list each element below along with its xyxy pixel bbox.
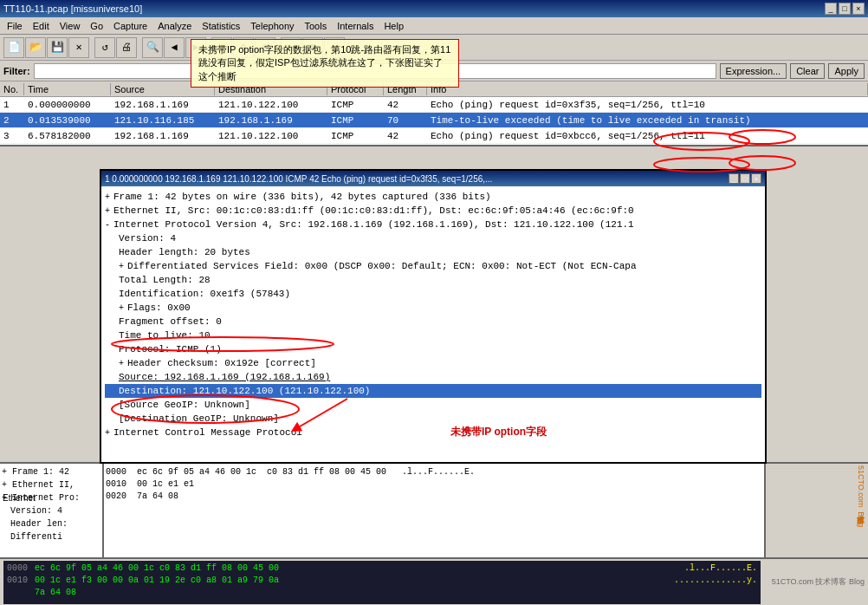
window-controls[interactable]: _ □ × <box>825 3 865 15</box>
tree-line[interactable]: + Ethernet II, <box>2 478 100 491</box>
detail-text: Header length: 20 bytes <box>119 247 250 257</box>
expand-icon[interactable]: + <box>119 303 124 313</box>
toolbar-find[interactable]: 🔍 <box>142 37 163 58</box>
expand-icon[interactable]: + <box>105 192 110 202</box>
minimize-button[interactable]: _ <box>825 3 837 15</box>
menu-telephony[interactable]: Telephony <box>245 19 299 33</box>
cell-src: 121.10.116.185 <box>111 114 215 127</box>
expression-button[interactable]: Expression... <box>720 63 787 79</box>
detail-line[interactable]: Fragment offset: 0 <box>105 315 761 329</box>
detail-line[interactable]: Header length: 20 bytes <box>105 245 761 259</box>
toolbar-save[interactable]: 💾 <box>47 37 68 58</box>
tree-line: Version: 4 <box>2 504 100 517</box>
ttl11-arrow <box>650 156 754 173</box>
menu-capture[interactable]: Capture <box>108 19 152 33</box>
window-title: TT110-11.pcap [missuniverse10] <box>3 3 142 14</box>
menu-edit[interactable]: Edit <box>28 19 55 33</box>
menu-tools[interactable]: Tools <box>300 19 333 33</box>
toolbar-print[interactable]: 🖨 <box>116 37 137 58</box>
detail-line[interactable]: Version: 4 <box>105 231 761 245</box>
filter-label: Filter: <box>3 66 30 76</box>
hex-status-line: 0010 00 1c e1 f3 00 00 0a 01 19 2e c0 a8… <box>7 575 757 587</box>
toolbar-prev[interactable]: ◀ <box>164 37 185 58</box>
status-hex: 0000 ec 6c 9f 05 a4 46 00 1c c0 83 d1 ff… <box>3 561 761 604</box>
source-ip-circle <box>110 336 335 352</box>
clear-button[interactable]: Clear <box>790 63 825 79</box>
cell-dst: 192.168.1.169 <box>215 114 327 127</box>
detail-line[interactable]: - Internet Protocol Version 4, Src: 192.… <box>105 218 761 231</box>
detail-minimize[interactable]: _ <box>729 173 739 184</box>
cell-no: 3 <box>0 130 24 142</box>
toolbar-new[interactable]: 📄 <box>3 37 24 58</box>
detail-title: 1 0.000000000 192.168.1.169 121.10.122.1… <box>105 174 492 184</box>
cell-info: Time-to-live exceeded (time to live exce… <box>427 114 868 127</box>
detail-text: Total Length: 28 <box>119 275 211 285</box>
detail-line[interactable]: + Differentiated Services Field: 0x00 (D… <box>105 259 761 273</box>
expand-icon[interactable]: + <box>119 359 124 368</box>
detail-close[interactable]: × <box>751 173 761 184</box>
hex-status-line: 7a 64 08 <box>7 587 757 599</box>
menu-file[interactable]: File <box>2 19 28 33</box>
expand-icon[interactable]: - <box>105 220 110 230</box>
detail-text: Ethernet II, Src: 00:1c:c0:83:d1:ff (00:… <box>113 205 634 216</box>
cell-no: 2 <box>0 114 24 127</box>
detail-line[interactable]: Total Length: 28 <box>105 273 761 287</box>
detail-line[interactable]: Identification: 0xe1f3 (57843) <box>105 287 761 301</box>
hex-status-line: 0000 ec 6c 9f 05 a4 46 00 1c c0 83 d1 ff… <box>7 563 757 575</box>
expand-icon[interactable]: + <box>119 262 124 271</box>
menu-analyze[interactable]: Analyze <box>152 19 197 33</box>
expand-icon[interactable]: + <box>105 428 110 438</box>
table-row[interactable]: 2 0.013539000 121.10.116.185 192.168.1.1… <box>0 113 868 128</box>
detail-line[interactable]: + Header checksum: 0x192e [correct] <box>105 356 761 370</box>
panel-tree: + Frame 1: 42 + Ethernet II, + Internet … <box>0 464 104 557</box>
annotation-bubble: 未携带IP option字段的数据包，第10跳-路由器有回复，第11跳没有回复，… <box>191 39 459 88</box>
menu-internals[interactable]: Internals <box>332 19 379 33</box>
cell-time: 6.578182000 <box>24 130 111 142</box>
detail-line[interactable]: + Ethernet II, Src: 00:1c:c0:83:d1:ff (0… <box>105 204 761 218</box>
toolbar-open[interactable]: 📂 <box>25 37 46 58</box>
detail-window-controls[interactable]: _ □ × <box>729 173 761 184</box>
detail-line[interactable]: Source: 192.168.1.169 (192.168.1.169) <box>105 370 761 384</box>
col-header-info: Info <box>427 83 868 95</box>
no-option-text: 未携带IP option字段 <box>450 426 547 438</box>
ttl10-arrow <box>650 128 754 154</box>
ethernet-label: Ethernet <box>3 493 36 503</box>
cell-src: 192.168.1.169 <box>111 130 215 142</box>
apply-button[interactable]: Apply <box>828 63 865 79</box>
svg-point-0 <box>654 133 749 150</box>
detail-text: Header checksum: 0x192e [correct] <box>127 358 316 368</box>
detail-text: Differentiated Services Field: 0x00 (DSC… <box>127 261 637 271</box>
table-row[interactable]: 1 0.000000000 192.168.1.169 121.10.122.1… <box>0 97 868 113</box>
maximize-button[interactable]: □ <box>839 3 851 15</box>
cell-len: 42 <box>384 130 427 142</box>
detail-text: Internet Protocol Version 4, Src: 192.16… <box>113 219 634 230</box>
tree-line[interactable]: + Frame 1: 42 <box>2 465 100 478</box>
bottom-area: + Frame 1: 42 + Ethernet II, + Internet … <box>0 462 868 605</box>
cell-proto: ICMP <box>327 114 384 127</box>
status-right: 51CTO.com 技术博客 Blog <box>761 576 865 588</box>
cell-no: 1 <box>0 99 24 111</box>
cell-info: Echo (ping) request id=0xbcc6, seq=1/256… <box>427 130 868 142</box>
detail-line[interactable]: + Frame 1: 42 bytes on wire (336 bits), … <box>105 190 761 204</box>
expand-icon[interactable]: + <box>105 206 110 216</box>
tree-line: Differenti <box>2 530 100 543</box>
panel-hex: 0000 ec 6c 9f 05 a4 46 00 1c c0 83 d1 ff… <box>104 464 764 557</box>
detail-text: Version: 4 <box>119 233 176 244</box>
no-option-annotation: 未携带IP option字段 <box>450 425 547 439</box>
detail-line[interactable]: + Flags: 0x00 <box>105 301 761 315</box>
menu-go[interactable]: Go <box>85 19 108 33</box>
menu-help[interactable]: Help <box>379 19 409 33</box>
cell-dst: 121.10.122.100 <box>215 99 327 111</box>
toolbar-reload[interactable]: ↺ <box>94 37 115 58</box>
menu-view[interactable]: View <box>55 19 86 33</box>
detail-maximize[interactable]: □ <box>740 173 750 184</box>
geoip-circle <box>110 394 301 425</box>
menu-statistics[interactable]: Statistics <box>197 19 245 33</box>
toolbar-close[interactable]: ✕ <box>68 37 89 58</box>
hex-line: 0010 00 1c e1 e1 <box>106 478 762 490</box>
col-header-time: Time <box>24 83 111 95</box>
detail-line[interactable]: + Internet Control Message Protocol <box>105 426 761 439</box>
cell-proto: ICMP <box>327 99 384 111</box>
hex-line: 0020 7a 64 08 <box>106 490 762 502</box>
close-button[interactable]: × <box>852 3 865 15</box>
